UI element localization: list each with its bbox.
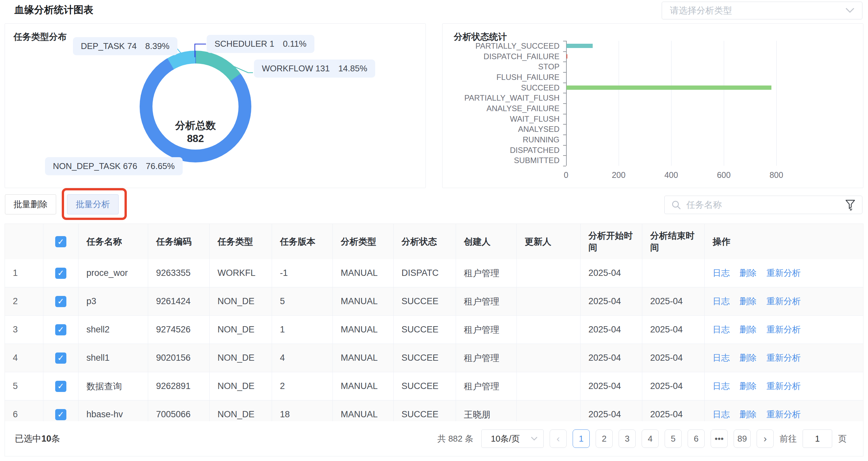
donut-center-text: 分析总数 882 — [140, 119, 251, 145]
donut-chart — [140, 51, 251, 163]
page-size-select[interactable]: 10条/页 — [481, 429, 544, 448]
batch-analyze-button[interactable]: 批量分析 — [67, 194, 119, 214]
action-link-0[interactable]: 日志 — [713, 409, 730, 420]
row-checkbox[interactable]: ✓ — [55, 352, 66, 364]
action-link-1[interactable]: 删除 — [740, 324, 756, 336]
action-link-1[interactable]: 删除 — [740, 267, 756, 279]
action-link-2[interactable]: 重新分析 — [767, 267, 801, 279]
header-4: 分析类型 — [333, 224, 394, 259]
page-button-3[interactable]: 3 — [619, 429, 636, 448]
task-type-pie-panel: 任务类型分布 分析总数 882 DEP_TASK 748.39% SCHEDUL… — [5, 23, 426, 188]
cell-analysis-status: SUCCEE — [394, 316, 456, 344]
cell-analysis-status: DISPATC — [394, 259, 456, 287]
row-checkbox[interactable]: ✓ — [55, 409, 66, 420]
bar-axis-tick — [563, 114, 566, 114]
header-index — [5, 224, 43, 259]
pie-label-workflow: WORKFLOW 13114.85% — [254, 59, 375, 78]
cell-actions: 日志删除重新分析 — [705, 287, 863, 315]
table-row: 4✓shell19020156NON_DE4MANUALSUCCEE租户管理20… — [5, 344, 863, 372]
page-button-5[interactable]: 5 — [664, 429, 682, 448]
cell-analysis-status: SUCCEE — [394, 344, 456, 372]
cell-end-time: 2025-04 — [642, 287, 705, 315]
cell-task-name: p3 — [79, 287, 148, 315]
cell-checkbox: ✓ — [43, 401, 79, 422]
page-button-1[interactable]: 1 — [572, 429, 590, 448]
bar-x-tick-label: 0 — [553, 170, 579, 180]
bar-x-tick-label: 400 — [658, 170, 684, 180]
bar-axis-tick — [563, 145, 566, 146]
header-5: 分析状态 — [394, 224, 456, 259]
action-link-1[interactable]: 删除 — [740, 296, 756, 307]
action-link-0[interactable]: 日志 — [713, 352, 730, 364]
cell-index: 5 — [5, 372, 43, 400]
row-checkbox[interactable]: ✓ — [55, 324, 66, 336]
header-3: 任务版本 — [272, 224, 333, 259]
batch-delete-button[interactable]: 批量删除 — [5, 194, 56, 214]
bar-category-label: WAIT_FLUSH — [442, 114, 559, 124]
action-link-2[interactable]: 重新分析 — [767, 296, 801, 307]
action-link-2[interactable]: 重新分析 — [767, 352, 801, 364]
cell-checkbox: ✓ — [43, 287, 79, 315]
action-link-0[interactable]: 日志 — [713, 296, 730, 307]
task-table-card: ✓任务名称任务编码任务类型任务版本分析类型分析状态创建人更新人分析开始时间分析结… — [5, 224, 863, 456]
page-button-6[interactable]: 6 — [688, 429, 705, 448]
task-name-search[interactable]: 任务名称 — [664, 196, 862, 214]
action-link-2[interactable]: 重新分析 — [767, 409, 801, 420]
action-link-0[interactable]: 日志 — [713, 380, 730, 392]
cell-analysis-type: MANUAL — [333, 316, 394, 344]
cell-start-time: 2025-04 — [581, 316, 642, 344]
cell-updater — [517, 372, 581, 400]
cell-task-name: shell2 — [79, 316, 148, 344]
lineage-analysis-page: 血缘分析统计图表 请选择分析类型 任务类型分布 分析总数 882 DEP_TAS… — [0, 0, 868, 461]
more-pages-button[interactable]: ••• — [711, 429, 728, 448]
bar-axis-tick — [563, 51, 566, 52]
cell-creator: 王晓朋 — [456, 401, 517, 422]
action-link-1[interactable]: 删除 — [740, 352, 756, 364]
cell-start-time: 2025-04 — [581, 344, 642, 372]
next-page-button[interactable]: › — [756, 429, 774, 448]
cell-task-code: 9262891 — [148, 372, 210, 400]
cell-index: 4 — [5, 344, 43, 372]
cell-start-time: 2025-04 — [581, 401, 642, 422]
prev-page-button[interactable]: ‹ — [550, 429, 567, 448]
cell-index: 3 — [5, 316, 43, 344]
action-link-0[interactable]: 日志 — [713, 267, 730, 279]
header-10: 操作 — [705, 224, 863, 259]
cell-analysis-status: SUCCEE — [394, 372, 456, 400]
cell-task-code: 9261424 — [148, 287, 210, 315]
cell-creator: 租户管理 — [456, 316, 517, 344]
row-checkbox[interactable]: ✓ — [55, 296, 66, 307]
action-link-1[interactable]: 删除 — [740, 409, 756, 420]
select-all-checkbox[interactable]: ✓ — [55, 236, 66, 247]
cell-task-version: 1 — [272, 316, 333, 344]
page-button-89[interactable]: 89 — [734, 429, 751, 448]
cell-task-version: 5 — [272, 287, 333, 315]
table-row: 6✓hbase-hv7005066NON_DE18MANUALSUCCEE王晓朋… — [5, 401, 863, 422]
row-checkbox[interactable]: ✓ — [55, 381, 66, 392]
total-count-text: 共 882 条 — [437, 433, 473, 444]
action-link-1[interactable]: 删除 — [740, 380, 756, 392]
cell-analysis-type: MANUAL — [333, 372, 394, 400]
pie-label-non-dep-task: NON_DEP_TASK 67676.65% — [45, 157, 183, 175]
page-button-4[interactable]: 4 — [642, 429, 659, 448]
table-body: 1✓proce_wor9263355WORKFL-1MANUALDISPATC租… — [5, 259, 863, 422]
goto-page-input[interactable]: 1 — [803, 429, 832, 448]
cell-analysis-type: MANUAL — [333, 259, 394, 287]
cell-task-name: hbase-hv — [79, 401, 148, 422]
cell-actions: 日志删除重新分析 — [705, 316, 863, 344]
cell-task-type: NON_DE — [210, 316, 272, 344]
cell-end-time: 2025-04 — [642, 401, 705, 422]
cell-analysis-type: MANUAL — [333, 287, 394, 315]
action-link-2[interactable]: 重新分析 — [767, 324, 801, 336]
action-link-2[interactable]: 重新分析 — [767, 380, 801, 392]
filter-funnel-icon[interactable] — [845, 199, 856, 210]
cell-end-time — [642, 259, 705, 287]
table-footer: 已选中10条 共 882 条 10条/页 ‹ 123456•••89 › 前往 … — [5, 421, 863, 456]
cell-task-name: proce_wor — [79, 259, 148, 287]
action-link-0[interactable]: 日志 — [713, 324, 730, 336]
row-checkbox[interactable]: ✓ — [55, 268, 66, 279]
bar-partially_succeed — [566, 44, 593, 48]
cell-index: 1 — [5, 259, 43, 287]
page-button-2[interactable]: 2 — [596, 429, 613, 448]
analysis-type-select[interactable]: 请选择分析类型 — [662, 2, 862, 20]
